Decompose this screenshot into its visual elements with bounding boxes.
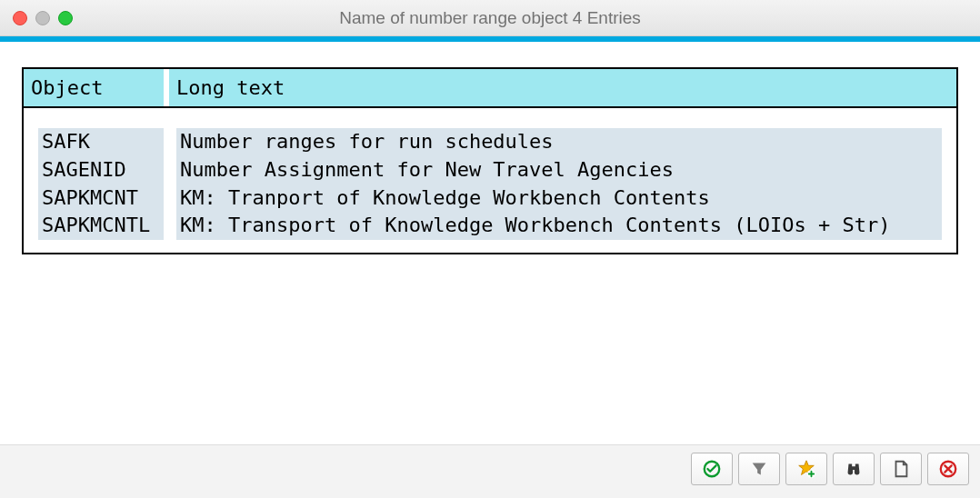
dialog-window: Name of number range object 4 Entries Ob… [0, 0, 980, 498]
table-row-long-text[interactable]: KM: Transport of Knowledge Workbench Con… [176, 212, 942, 240]
favorite-button[interactable] [785, 453, 827, 485]
filter-button[interactable] [738, 453, 780, 485]
check-circle-icon [702, 459, 722, 479]
table-row-object[interactable]: SAGENID [38, 156, 164, 184]
titlebar: Name of number range object 4 Entries [0, 0, 980, 36]
minimize-window-button[interactable] [35, 11, 50, 25]
close-window-button[interactable] [13, 11, 27, 25]
accept-button[interactable] [691, 453, 733, 485]
cancel-button[interactable] [927, 453, 969, 485]
column-long-text: Number ranges for run schedulesNumber As… [164, 123, 956, 245]
grid-header: Object Long text [24, 69, 956, 108]
star-plus-icon [796, 459, 816, 479]
column-header-object[interactable]: Object [24, 69, 164, 106]
content-area: Object Long text SAFKSAGENIDSAPKMCNTSAPK… [0, 42, 980, 444]
table-row-object[interactable]: SAPKMCNT [38, 184, 164, 213]
table-row-long-text[interactable]: Number Assignment for New Travel Agencie… [176, 156, 942, 184]
table-row-long-text[interactable]: Number ranges for run schedules [176, 128, 942, 156]
toolbar [0, 444, 980, 498]
find-button[interactable] [833, 453, 875, 485]
maximize-window-button[interactable] [58, 11, 73, 25]
table-row-object[interactable]: SAPKMCNTL [38, 212, 164, 240]
column-object: SAFKSAGENIDSAPKMCNTSAPKMCNTL [24, 123, 164, 245]
binoculars-icon [844, 459, 864, 479]
window-title: Name of number range object 4 Entries [0, 8, 980, 28]
grid-body: SAFKSAGENIDSAPKMCNTSAPKMCNTL Number rang… [24, 108, 956, 253]
cancel-icon [938, 459, 958, 479]
results-grid: Object Long text SAFKSAGENIDSAPKMCNTSAPK… [22, 67, 958, 254]
table-row-long-text[interactable]: KM: Tranport of Knowledge Workbench Cont… [176, 184, 942, 213]
funnel-icon [749, 459, 769, 479]
page-icon [891, 459, 911, 479]
table-row-object[interactable]: SAFK [38, 128, 164, 156]
new-button[interactable] [880, 453, 922, 485]
window-controls [0, 11, 73, 25]
column-header-long-text[interactable]: Long text [164, 69, 956, 106]
